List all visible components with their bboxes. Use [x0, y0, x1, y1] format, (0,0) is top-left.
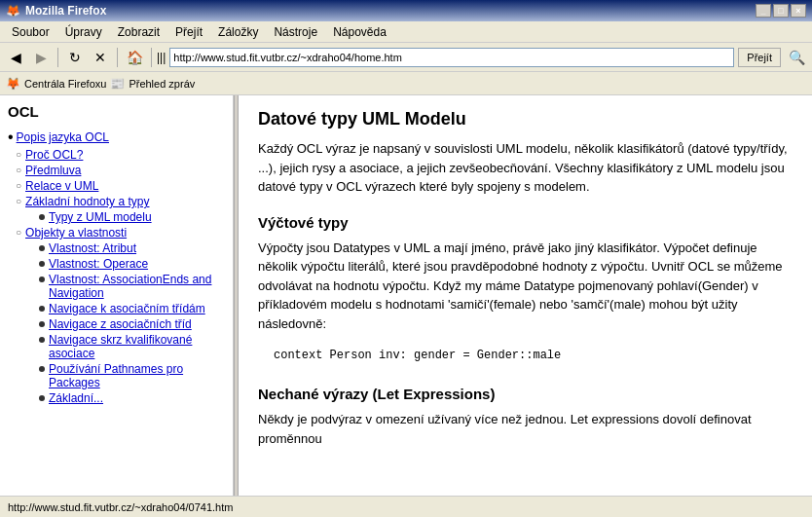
content-paragraph3: Někdy je podvýraz v omezení užívaný více…: [258, 410, 793, 448]
sidebar-item-nav-z: Navigace z asociačních tříd: [12, 316, 229, 332]
sidebar-item-zakladni: ○ Základní hodnoty a typy: [12, 194, 229, 209]
arrow-objekty: ○: [16, 227, 21, 238]
sidebar-item-relace: ○ Relace v UML: [12, 178, 229, 194]
dot-atribut: [39, 245, 45, 251]
menu-prejit[interactable]: Přejít: [167, 23, 210, 41]
main-area: OCL • Popis jazyka OCL ○ Proč OCL? ○ Pře…: [0, 95, 812, 496]
go-button[interactable]: Přejít: [738, 48, 781, 67]
sidebar-item-nav-skrz: Navigace skrz kvalifikované asociace: [12, 332, 229, 361]
separator-2: [117, 48, 118, 67]
menu-napoveda[interactable]: Nápověda: [325, 23, 394, 41]
arrow-relace: ○: [16, 180, 21, 191]
window-title: Mozilla Firefox: [25, 4, 106, 18]
sidebar-link-nav-k[interactable]: Navigace k asociačním třídám: [49, 302, 205, 315]
tab-label-centrala: Centrála Firefoxu: [24, 78, 106, 90]
sidebar-link-popis[interactable]: Popis jazyka OCL: [17, 130, 109, 144]
sidebar-link-proc-ocl[interactable]: Proč OCL?: [25, 148, 83, 162]
sidebar-item-zakladni2: Základní...: [12, 390, 229, 406]
sidebar-item-assocends: Vlastnost: AssociationEnds and Navigatio…: [12, 272, 229, 301]
bullet-popis: •: [8, 129, 14, 145]
reload-button[interactable]: ↻: [63, 46, 87, 69]
dot-zakladni2: [39, 395, 45, 401]
sidebar-link-pathnames[interactable]: Používání Pathnames pro Packages: [49, 362, 225, 389]
sidebar-section-popis: • Popis jazyka OCL: [4, 128, 229, 147]
dot-nav-k: [39, 306, 45, 312]
sidebar-link-typy[interactable]: Typy z UML modelu: [49, 210, 152, 224]
sidebar-link-zakladni[interactable]: Základní hodnoty a typy: [25, 195, 149, 208]
menu-upravy[interactable]: Úpravy: [57, 23, 110, 41]
arrow-proc: ○: [16, 149, 21, 160]
dot-typy: [39, 214, 45, 220]
stop-button[interactable]: ✕: [89, 46, 112, 69]
forward-button[interactable]: ▶: [29, 46, 53, 69]
sidebar-item-proc-ocl: ○ Proč OCL?: [12, 147, 229, 163]
sidebar-item-nav-k: Navigace k asociačním třídám: [12, 301, 229, 316]
content-paragraph2: Výpočty jsou Datatypes v UML a mají jmén…: [258, 239, 793, 334]
tab-centrala[interactable]: 🦊 Centrála Firefoxu: [6, 77, 106, 91]
titlebar-left: 🦊 Mozilla Firefox: [6, 4, 106, 18]
dot-nav-z: [39, 321, 45, 327]
sidebar-title: OCL: [4, 103, 229, 120]
tab-icon-prehled: 📰: [110, 77, 125, 91]
sidebar-item-pathnames: Používání Pathnames pro Packages: [12, 361, 229, 390]
address-input[interactable]: [169, 48, 734, 67]
sidebar-link-nav-skrz[interactable]: Navigace skrz kvalifikované asociace: [49, 333, 225, 360]
arrow-zakladni: ○: [16, 196, 21, 206]
address-bar: ||| Přejít 🔍: [157, 46, 808, 69]
close-button[interactable]: ×: [791, 4, 806, 18]
dot-pathnames: [39, 366, 45, 372]
back-button[interactable]: ◀: [4, 46, 27, 69]
sidebar-link-atribut[interactable]: Vlastnost: Atribut: [49, 241, 136, 255]
window-titlebar: 🦊 Mozilla Firefox _ □ ×: [0, 0, 812, 21]
tabs-bar: 🦊 Centrála Firefoxu 📰 Přehled zpráv: [0, 72, 812, 95]
sidebar-link-objekty[interactable]: Objekty a vlastnosti: [25, 226, 127, 240]
tab-prehled[interactable]: 📰 Přehled zpráv: [110, 77, 195, 91]
sidebar-item-objekty: ○ Objekty a vlastnosti: [12, 225, 229, 240]
sidebar-link-zakladni2[interactable]: Základní...: [49, 391, 103, 405]
content-main-heading: Datové typy UML Modelu: [258, 109, 793, 129]
tab-icon-centrala: 🦊: [6, 77, 20, 91]
menu-nastroje[interactable]: Nástroje: [266, 23, 325, 41]
separator-1: [57, 48, 58, 67]
sidebar-link-nav-z[interactable]: Navigace z asociačních tříd: [49, 317, 192, 331]
content-area: Datové typy UML Modelu Každý OCL výraz j…: [239, 95, 812, 496]
menu-soubor[interactable]: Soubor: [4, 23, 57, 41]
dot-nav-skrz: [39, 337, 45, 343]
search-button[interactable]: 🔍: [785, 46, 808, 69]
sidebar-link-relace[interactable]: Relace v UML: [25, 179, 98, 193]
dot-assocends: [39, 277, 45, 282]
arrow-predmluva: ○: [16, 165, 21, 175]
menu-zobrazit[interactable]: Zobrazit: [110, 23, 167, 41]
dot-operace: [39, 261, 45, 267]
sidebar-item-typy: Typy z UML modelu: [12, 209, 229, 225]
statusbar: http://www.stud.fit.vutbr.cz/~xdraho04/0…: [0, 496, 812, 517]
minimize-button[interactable]: _: [756, 4, 771, 18]
sidebar-link-operace[interactable]: Vlastnost: Operace: [49, 257, 148, 271]
sidebar-item-operace: Vlastnost: Operace: [12, 256, 229, 272]
content-paragraph1: Každý OCL výraz je napsaný v souvislosti…: [258, 139, 793, 197]
sidebar-link-assocends[interactable]: Vlastnost: AssociationEnds and Navigatio…: [49, 273, 225, 300]
sidebar-item-predmluva: ○ Předmluva: [12, 163, 229, 178]
separator-3: [151, 48, 152, 67]
sidebar-item-atribut: Vlastnost: Atribut: [12, 240, 229, 256]
sidebar-tree: ○ Proč OCL? ○ Předmluva ○ Relace v UML ○…: [4, 147, 229, 406]
content-subheading1: Výčtové typy: [258, 214, 793, 231]
content-subheading2: Nechané výrazy (Let Expressions): [258, 386, 793, 402]
menubar: Soubor Úpravy Zobrazit Přejít Záložky Ná…: [0, 21, 812, 43]
home-button[interactable]: 🏠: [123, 46, 146, 69]
content-code: context Person inv: gender = Gender::mal…: [258, 343, 793, 368]
sidebar: OCL • Popis jazyka OCL ○ Proč OCL? ○ Pře…: [0, 95, 234, 496]
address-label: |||: [157, 51, 166, 64]
tab-label-prehled: Přehled zpráv: [129, 78, 195, 90]
firefox-icon: 🦊: [6, 4, 20, 18]
window-controls[interactable]: _ □ ×: [756, 4, 806, 18]
toolbar: ◀ ▶ ↻ ✕ 🏠 ||| Přejít 🔍: [0, 43, 812, 72]
sidebar-link-predmluva[interactable]: Předmluva: [25, 164, 81, 177]
statusbar-url: http://www.stud.fit.vutbr.cz/~xdraho04/0…: [8, 501, 233, 513]
menu-zalozky[interactable]: Záložky: [210, 23, 266, 41]
maximize-button[interactable]: □: [773, 4, 789, 18]
